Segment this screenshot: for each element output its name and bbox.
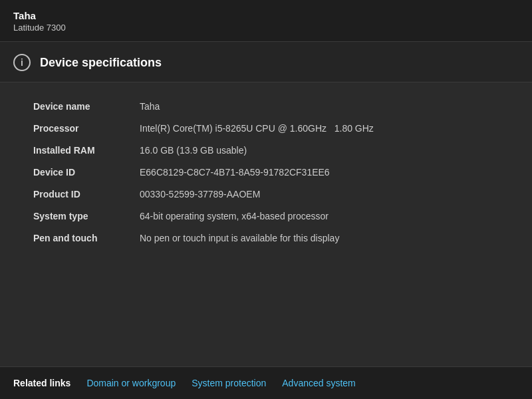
spec-row-device-id: Device ID E66C8129-C8C7-4B71-8A59-91782C… [33,162,512,184]
spec-label-product-id: Product ID [33,188,140,201]
spec-label-pen-touch: Pen and touch [33,231,140,245]
spec-row-device-name: Device name Taha [33,96,512,118]
link-domain-workgroup[interactable]: Domain or workgroup [86,378,176,388]
spec-row-ram: Installed RAM 16.0 GB (13.9 GB usable) [33,140,512,162]
spec-label-ram: Installed RAM [33,144,140,158]
link-advanced-system[interactable]: Advanced system [282,378,356,388]
info-icon: i [13,54,31,71]
spec-row-processor: Processor Intel(R) Core(TM) i5-8265U CPU… [33,118,512,140]
spec-value-device-name: Taha [140,100,160,114]
link-system-protection[interactable]: System protection [192,378,266,388]
spec-label-processor: Processor [33,122,140,136]
top-bar: Taha Latitude 7300 [0,0,532,42]
specs-container: Device name Taha Processor Intel(R) Core… [0,82,532,263]
spec-label-system-type: System type [33,209,140,223]
top-device-model: Latitude 7300 [13,23,519,34]
spec-label-device-name: Device name [33,100,140,114]
spec-row-pen-touch: Pen and touch No pen or touch input is a… [33,227,512,249]
related-links-label: Related links [13,378,70,388]
top-device-name: Taha [13,9,519,23]
spec-value-device-id: E66C8129-C8C7-4B71-8A59-91782CF31EE6 [140,166,330,180]
spec-value-pen-touch: No pen or touch input is available for t… [140,231,339,245]
spec-value-ram: 16.0 GB (13.9 GB usable) [140,144,247,158]
spec-row-product-id: Product ID 00330-52599-37789-AAOEM [33,184,512,205]
related-links-bar: Related links Domain or workgroup System… [0,366,532,399]
spec-label-device-id: Device ID [33,166,140,180]
spec-row-system-type: System type 64-bit operating system, x64… [33,205,512,227]
page-wrapper: Taha Latitude 7300 i Device specificatio… [0,0,532,399]
spec-value-system-type: 64-bit operating system, x64-based proce… [140,209,329,223]
section-title: Device specifications [40,56,162,70]
spec-value-product-id: 00330-52599-37789-AAOEM [140,188,260,201]
section-header: i Device specifications [0,42,532,82]
spec-value-processor: Intel(R) Core(TM) i5-8265U CPU @ 1.60GHz… [140,122,374,136]
